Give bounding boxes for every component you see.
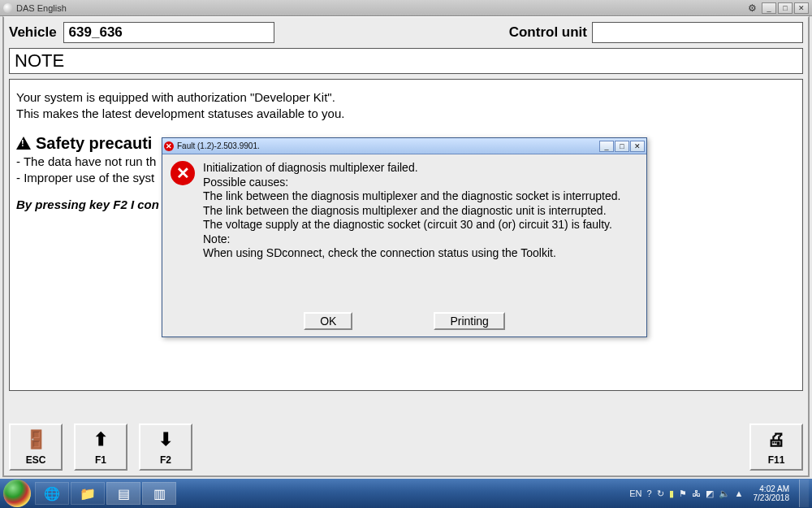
clock-date: 7/23/2018 bbox=[754, 493, 790, 502]
warning-icon bbox=[16, 137, 31, 150]
taskbar-explorer-icon[interactable]: 📁 bbox=[71, 482, 105, 505]
taskbar-clock[interactable]: 4:02 AM 7/23/2018 bbox=[749, 484, 795, 502]
fnkey-bar: 🚪 ESC ⬆ F1 ⬇ F2 🖨 F11 bbox=[9, 423, 803, 471]
show-desktop-button[interactable] bbox=[799, 480, 809, 507]
header-row: Vehicle 639_636 Control unit bbox=[4, 17, 808, 46]
dlg-line3: The link between the diagnosis multiplex… bbox=[203, 189, 638, 204]
dialog-close-button[interactable]: ✕ bbox=[630, 141, 645, 152]
dlg-line6: Note: bbox=[203, 232, 638, 247]
taskbar: 🌐 📁 ▤ ▥ EN ? ↻ ▮ ⚑ 🖧 ◩ 🔈 ▲ 4:02 AM 7/23/… bbox=[0, 479, 812, 508]
taskbar-app1-icon[interactable]: ▤ bbox=[106, 482, 140, 505]
system-tray: EN ? ↻ ▮ ⚑ 🖧 ◩ 🔈 ▲ 4:02 AM 7/23/2018 bbox=[629, 480, 812, 507]
control-unit-label: Control unit bbox=[509, 24, 587, 41]
error-large-icon: ✕ bbox=[171, 161, 195, 185]
f1-label: F1 bbox=[95, 454, 106, 466]
f2-button[interactable]: ⬇ F2 bbox=[139, 423, 192, 471]
dialog-maximize-button[interactable]: □ bbox=[615, 141, 629, 152]
tray-help-icon[interactable]: ? bbox=[646, 488, 651, 498]
body-line2: This makes the latest development status… bbox=[16, 106, 796, 122]
dialog-titlebar[interactable]: ✕ Fault (1.2)-2.503.9901. _ □ ✕ bbox=[162, 138, 646, 154]
tray-device-icon[interactable]: ◩ bbox=[706, 488, 714, 499]
printing-button[interactable]: Printing bbox=[434, 312, 504, 330]
dlg-line1: Initialization of diagnosis multiplexer … bbox=[203, 161, 638, 176]
esc-label: ESC bbox=[26, 454, 46, 466]
f2-label: F2 bbox=[160, 454, 171, 466]
f11-label: F11 bbox=[768, 454, 785, 466]
vehicle-label: Vehicle bbox=[9, 24, 57, 41]
app-titlebar: DAS English ⚙ _ □ ✕ bbox=[0, 0, 812, 16]
taskbar-app2-icon[interactable]: ▥ bbox=[142, 482, 176, 505]
body-line1: Your system is equipped with authorizati… bbox=[16, 89, 796, 106]
taskbar-ie-icon[interactable]: 🌐 bbox=[35, 482, 69, 505]
door-exit-icon: 🚪 bbox=[25, 425, 47, 454]
app-icon bbox=[3, 3, 13, 13]
app-title: DAS English bbox=[16, 3, 67, 13]
dialog-message: Initialization of diagnosis multiplexer … bbox=[203, 161, 638, 307]
printer-icon: 🖨 bbox=[767, 425, 785, 454]
lang-indicator[interactable]: EN bbox=[629, 488, 641, 498]
minimize-button[interactable]: _ bbox=[762, 2, 776, 14]
safety-heading: Safety precauti bbox=[36, 132, 152, 154]
dialog-minimize-button[interactable]: _ bbox=[599, 141, 614, 152]
dialog-title: Fault (1.2)-2.503.9901. bbox=[177, 141, 260, 150]
pressing-note: By pressing key F2 I con bbox=[16, 198, 159, 211]
start-button[interactable] bbox=[3, 480, 31, 507]
dlg-line7: When using SDconnect, check the connecti… bbox=[203, 246, 638, 261]
settings-icon[interactable]: ⚙ bbox=[748, 2, 757, 14]
ok-button[interactable]: OK bbox=[304, 312, 352, 330]
tray-network-icon[interactable]: 🖧 bbox=[692, 488, 701, 498]
control-unit-field[interactable] bbox=[592, 22, 803, 43]
arrow-up-icon: ⬆ bbox=[93, 425, 108, 454]
f1-button[interactable]: ⬆ F1 bbox=[74, 423, 127, 471]
arrow-down-icon: ⬇ bbox=[158, 425, 173, 454]
tray-volume-icon[interactable]: 🔈 bbox=[719, 488, 730, 499]
maximize-button[interactable]: □ bbox=[778, 2, 793, 14]
esc-button[interactable]: 🚪 ESC bbox=[9, 423, 63, 471]
dlg-line5: The voltage supply at the diagnostic soc… bbox=[203, 218, 638, 232]
error-icon: ✕ bbox=[164, 141, 174, 151]
vehicle-field[interactable]: 639_636 bbox=[63, 22, 274, 43]
clock-time: 4:02 AM bbox=[754, 484, 790, 493]
close-button[interactable]: ✕ bbox=[794, 2, 809, 14]
dlg-line4: The link between the diagnosis multiplex… bbox=[203, 204, 638, 219]
tray-battery-icon[interactable]: ▮ bbox=[669, 488, 674, 499]
f11-button[interactable]: 🖨 F11 bbox=[749, 423, 803, 471]
fault-dialog: ✕ Fault (1.2)-2.503.9901. _ □ ✕ ✕ Initia… bbox=[162, 137, 647, 337]
tray-shield-icon[interactable]: ▲ bbox=[735, 488, 744, 498]
tray-flag-icon[interactable]: ⚑ bbox=[679, 488, 687, 499]
tray-sync-icon[interactable]: ↻ bbox=[657, 488, 664, 499]
dlg-line2: Possible causes: bbox=[203, 176, 638, 190]
note-title: NOTE bbox=[9, 48, 803, 74]
